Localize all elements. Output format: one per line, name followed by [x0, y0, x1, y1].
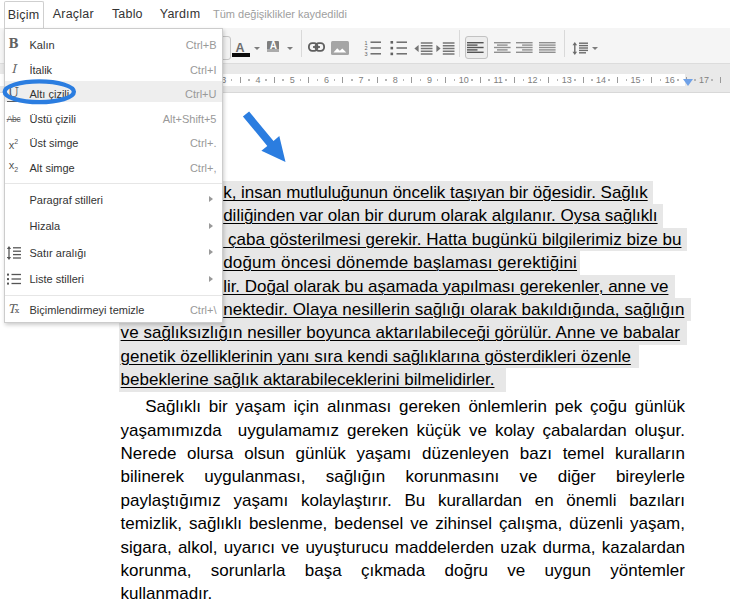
text-color-caret-icon[interactable] — [254, 47, 260, 50]
ruler-tick — [505, 79, 507, 81]
ruler-number: 10 — [459, 75, 469, 85]
menu-item-label: Paragraf stilleri — [30, 187, 103, 214]
document-line-selected[interactable]: genetik özelliklerinin yanı sıra kendi s… — [121, 345, 640, 368]
menu-item-shortcut: Ctrl+I — [190, 58, 217, 83]
increase-indent-icon[interactable] — [436, 42, 455, 55]
submenu-arrow-icon — [209, 276, 213, 282]
line-spacing-icon — [6, 240, 21, 267]
ruler-tick — [608, 79, 610, 81]
menu-item-label: Satır aralığı — [30, 240, 87, 267]
document-line-selected[interactable]: diliğinden var olan bir durum olarak alg… — [223, 204, 663, 227]
document-line[interactable]: temizlik, sağlıklı beslenme, bedensel ve… — [121, 512, 685, 535]
menu-bicim[interactable]: Biçim — [4, 1, 44, 29]
ruler-tick — [420, 79, 422, 81]
menu-item-shortcut: Ctrl+. — [190, 131, 217, 156]
menu-item-alt-simge[interactable]: x2Alt simgeCtrl+, — [5, 156, 223, 181]
insert-image-icon[interactable] — [331, 41, 349, 55]
ruler-tick — [488, 79, 490, 81]
ruler-tick — [334, 79, 336, 81]
menu-item-hizala[interactable]: Hizala — [5, 213, 223, 240]
ruler-tick — [445, 77, 446, 83]
ruler-number: 15 — [630, 75, 640, 85]
document-line-selected[interactable]: lir. Doğal olarak bu aşamada yapılması g… — [223, 275, 675, 298]
right-indent-marker[interactable] — [683, 79, 693, 86]
ruler-number: 12 — [527, 75, 537, 85]
ruler-number: 4 — [255, 75, 260, 85]
strikethrough-icon: Abc — [6, 107, 21, 132]
document-line-selected[interactable]: çaba gösterilmesi gerekir. Hatta bugünkü… — [223, 228, 687, 251]
menu-item-liste-stilleri[interactable]: Liste stilleri — [5, 266, 223, 293]
menu-tablo[interactable]: Tablo — [112, 0, 143, 28]
align-right-icon[interactable] — [516, 42, 533, 53]
superscript-icon: x2 — [6, 131, 21, 156]
menu-item-label: Üst simge — [30, 131, 79, 156]
document-line[interactable]: Sağlıklı bir yaşam için alınması gereken… — [121, 395, 685, 418]
menu-item-label: Kalın — [30, 33, 55, 58]
text-color-icon[interactable]: A — [230, 43, 250, 54]
ruler-tick — [403, 79, 405, 81]
selected-text-highlight: doğum öncesi dönemde başlaması gerektiği… — [209, 251, 580, 274]
decrease-indent-icon[interactable] — [414, 42, 433, 55]
document-line[interactable]: paylaştığımız yaşamı kolaylaştırır. Bu k… — [121, 489, 685, 512]
menu-item-kal-n[interactable]: BKalınCtrl+B — [5, 33, 223, 58]
menu-item-label: Altı çizili — [30, 82, 70, 107]
bulleted-list-icon[interactable] — [390, 40, 407, 56]
menu-item-i-talik[interactable]: IİtalikCtrl+I — [5, 58, 223, 83]
menu-item-bi-imlendirmeyi-temizle[interactable]: TxBiçimlendirmeyi temizleCtrl+\ — [5, 298, 223, 323]
document-line[interactable]: Nerede olursa olsun günlük yaşamı düzenl… — [121, 442, 685, 465]
align-center-icon[interactable] — [494, 42, 511, 53]
numbered-list-icon[interactable]: 123 — [364, 40, 381, 56]
annotation-arrow — [243, 112, 286, 163]
document-line-selected[interactable]: k, insan mutluluğunun öncelik taşıyan bi… — [223, 181, 653, 204]
menu-item-shortcut: Ctrl+\ — [190, 298, 217, 323]
ruler-tick — [317, 79, 319, 81]
menu-item-paragraf-stilleri[interactable]: Paragraf stilleri — [5, 187, 223, 214]
align-left-icon[interactable] — [467, 42, 484, 53]
list-styles-icon — [6, 266, 21, 293]
highlight-color-caret-icon[interactable] — [287, 47, 293, 50]
justify-icon[interactable] — [539, 42, 556, 53]
ruler-tick — [454, 79, 456, 81]
menu-item--st-izili[interactable]: AbcÜstü çiziliAlt+Shift+5 — [5, 107, 223, 132]
document-line-selected[interactable]: nektedir. Olaya nesillerin sağlığı olara… — [223, 298, 691, 321]
ruler-tick — [308, 77, 309, 83]
document-line-selected[interactable]: doğum öncesi dönemde başlaması gerektiği… — [223, 251, 580, 274]
svg-text:3: 3 — [365, 51, 368, 56]
ruler-tick — [574, 79, 576, 81]
document-line-selected[interactable]: ve sağlıksızlığın nesiller boyunca aktar… — [121, 321, 688, 344]
ruler-tick — [351, 79, 353, 81]
menu-item-sat-r-aral-[interactable]: Satır aralığı — [5, 240, 223, 267]
ruler-tick — [514, 77, 515, 83]
document-line[interactable]: sigara, alkol, uyarıcı ve uyuşturucu mad… — [121, 536, 685, 559]
submenu-arrow-icon — [209, 223, 213, 229]
menu-araclar[interactable]: Araçlar — [53, 0, 94, 28]
submenu-arrow-icon — [209, 249, 213, 255]
line-spacing-icon[interactable] — [572, 42, 588, 55]
ruler-number: 11 — [494, 75, 503, 85]
ruler-tick — [231, 79, 233, 81]
format-menu-dropdown: BKalınCtrl+BIİtalikCtrl+IUAltı çiziliCtr… — [4, 28, 224, 323]
menu-item-label: Hizala — [30, 213, 61, 240]
document-line[interactable]: bilinerek uygulanması, sağlığın korunmas… — [121, 465, 685, 488]
menu-separator — [5, 183, 223, 184]
ruler-tick — [342, 77, 343, 83]
italic-icon: I — [6, 58, 21, 83]
menu-item--st-simge[interactable]: x2Üst simgeCtrl+. — [5, 131, 223, 156]
toolbar-separator — [564, 30, 565, 57]
save-status: Tüm değişiklikler kaydedildi — [213, 0, 347, 28]
ruler-number: 16 — [665, 75, 675, 85]
ruler-tick — [548, 77, 549, 83]
document-line[interactable]: yaşamımızda uygulamamız gereken küçük ve… — [121, 419, 685, 442]
document-line[interactable]: korunma, sorunlarla başa çıkmada doğru v… — [121, 559, 685, 582]
selected-text-highlight: lir. Doğal olarak bu aşamada yapılması g… — [209, 275, 675, 298]
line-spacing-caret-icon[interactable] — [592, 47, 598, 50]
selected-text-highlight: diliğinden var olan bir durum olarak alg… — [209, 204, 663, 227]
document-line-selected[interactable]: bebeklerine sağlık aktarabileceklerini b… — [121, 368, 506, 391]
menu-yardim[interactable]: Yardım — [160, 0, 201, 28]
menu-item-shortcut: Ctrl+B — [186, 33, 217, 58]
selected-text-highlight: çaba gösterilmesi gerekir. Hatta bugünkü… — [209, 228, 687, 251]
document-line[interactable]: kullanmadır. — [121, 582, 685, 605]
insert-link-icon[interactable] — [308, 42, 325, 52]
menu-item-alt-izili[interactable]: UAltı çiziliCtrl+U — [5, 82, 223, 107]
ruler-number: 14 — [596, 75, 606, 85]
